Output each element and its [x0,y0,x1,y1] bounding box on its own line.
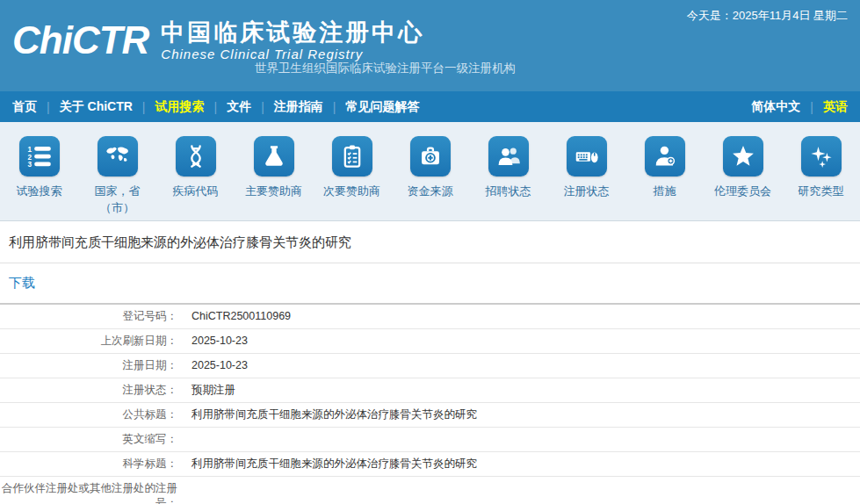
row-label: 英文缩写： [0,428,184,451]
row-label: 注册状态： [0,378,184,402]
tool-label: 研究类型 [799,184,844,200]
numbered-list-icon: 123 [19,136,60,176]
row-value: ChiCTR2500110969 [184,305,291,328]
table-row-english-acronym: 英文缩写： [0,428,860,452]
chictr-logo[interactable]: ChiCTR [12,18,148,63]
nav-documents[interactable]: 文件 [227,99,251,115]
table-row-registration-number: 登记号码： ChiCTR2500110969 [0,305,860,329]
site-title-cn: 中国临床试验注册中心 [161,19,424,46]
row-label: 合作伙伴注册处或其他注册处的注册号： [0,477,184,504]
nav-separator: | [810,100,813,114]
table-row-last-refreshed: 上次刷新日期： 2025-10-23 [0,329,860,354]
row-value [184,477,192,504]
tool-funding-source[interactable]: 资金来源 [391,136,469,220]
tool-label: 主要赞助商 [245,184,302,200]
people-icon [488,136,529,176]
tool-secondary-sponsor[interactable]: 次要赞助商 [313,136,391,220]
table-row-registration-date: 注册日期： 2025-10-23 [0,354,860,378]
flask-icon [254,136,294,176]
nav-separator: | [47,100,50,114]
trial-detail: 利用脐带间充质干细胞来源的外泌体治疗膝骨关节炎的研究 下载 登记号码： ChiC… [0,221,860,504]
dna-icon [176,136,216,176]
world-map-icon [98,136,138,176]
table-row-scientific-title: 科学标题： 利用脐带间充质干细胞来源的外泌体治疗膝骨关节炎的研究 [0,452,860,477]
who-registry-line: 世界卫生组织国际临床试验注册平台一级注册机构 [255,61,516,76]
tool-label: 试验搜索 [17,184,62,200]
svg-text:2: 2 [27,154,32,162]
nav-separator: | [261,100,264,114]
search-category-toolbar: 123 试验搜索 国家，省（市） 疾病代码 主要赞助商 次要赞助商 资金来源 [0,122,860,221]
nav-home[interactable]: 首页 [12,99,37,115]
nav-faq[interactable]: 常见问题解答 [345,99,419,115]
tool-label: 招聘状态 [486,184,531,200]
site-title-en: Chinese Clinical Trial Registry [161,47,424,61]
row-value: 利用脐带间充质干细胞来源的外泌体治疗膝骨关节炎的研究 [184,452,477,476]
nav-trial-search[interactable]: 试用搜索 [155,99,205,115]
tool-label: 次要赞助商 [323,184,380,200]
row-label: 科学标题： [0,452,184,476]
table-row-registration-status: 注册状态： 预期注册 [0,378,860,403]
nav-about[interactable]: 关于 ChiCTR [60,99,133,115]
main-nav: 首页 | 关于 ChiCTR | 试用搜索 | 文件 | 注册指南 | 常见问题… [0,91,860,122]
row-label: 注册日期： [0,354,184,378]
current-date: 今天是：2025年11月4日 星期二 [687,8,848,24]
table-row-partner-registry-number: 合作伙伴注册处或其他注册处的注册号： [0,477,860,504]
tool-label: 伦理委员会 [714,184,771,200]
svg-text:3: 3 [27,161,32,169]
tool-disease-code[interactable]: 疾病代码 [156,136,235,220]
row-value: 预期注册 [184,378,235,402]
medical-bag-icon [410,136,451,176]
clipboard-checklist-icon [332,136,372,176]
tool-recruiting-status[interactable]: 招聘状态 [469,136,547,220]
tool-label: 措施 [654,184,676,200]
site-brand[interactable]: ChiCTR 中国临床试验注册中心 Chinese Clinical Trial… [12,18,424,63]
lang-simplified-chinese[interactable]: 简体中文 [751,99,800,115]
star-icon [723,136,763,176]
nav-separator: | [333,100,336,114]
page-title: 利用脐带间充质干细胞来源的外泌体治疗膝骨关节炎的研究 [0,221,860,263]
tool-trial-search[interactable]: 123 试验搜索 [0,136,78,220]
sparkles-icon [801,136,842,176]
tool-country-province[interactable]: 国家，省（市） [78,136,156,220]
table-row-public-title: 公共标题： 利用脐带间充质干细胞来源的外泌体治疗膝骨关节炎的研究 [0,403,860,428]
row-value: 利用脐带间充质干细胞来源的外泌体治疗膝骨关节炎的研究 [184,403,477,427]
tool-primary-sponsor[interactable]: 主要赞助商 [235,136,313,220]
tool-label: 注册状态 [564,184,610,200]
tool-label: 疾病代码 [173,184,219,200]
row-label: 登记号码： [0,305,184,328]
tool-label: 资金来源 [408,184,453,200]
tool-registration-status[interactable]: 注册状态 [547,136,625,220]
tool-interventions[interactable]: 措施 [625,136,704,220]
tool-study-type[interactable]: 研究类型 [782,136,860,220]
nav-registration-guide[interactable]: 注册指南 [274,99,323,115]
doctor-icon [645,136,685,176]
nav-separator: | [142,100,146,114]
site-header: 今天是：2025年11月4日 星期二 ChiCTR 中国临床试验注册中心 Chi… [0,0,860,91]
row-value [184,428,192,451]
tool-label: 国家，省（市） [85,184,150,217]
lang-english[interactable]: 英语 [823,99,848,115]
svg-text:1: 1 [27,146,32,154]
nav-separator: | [214,100,218,114]
row-label: 公共标题： [0,403,184,427]
brand-titles: 中国临床试验注册中心 Chinese Clinical Trial Regist… [161,19,424,61]
row-value: 2025-10-23 [184,329,248,353]
keyboard-mouse-icon [567,136,607,176]
download-link[interactable]: 下载 [0,263,860,305]
row-value: 2025-10-23 [184,354,248,378]
row-label: 上次刷新日期： [0,329,184,353]
language-switch: 简体中文 | 英语 [751,99,848,115]
tool-ethics-committee[interactable]: 伦理委员会 [704,136,782,220]
